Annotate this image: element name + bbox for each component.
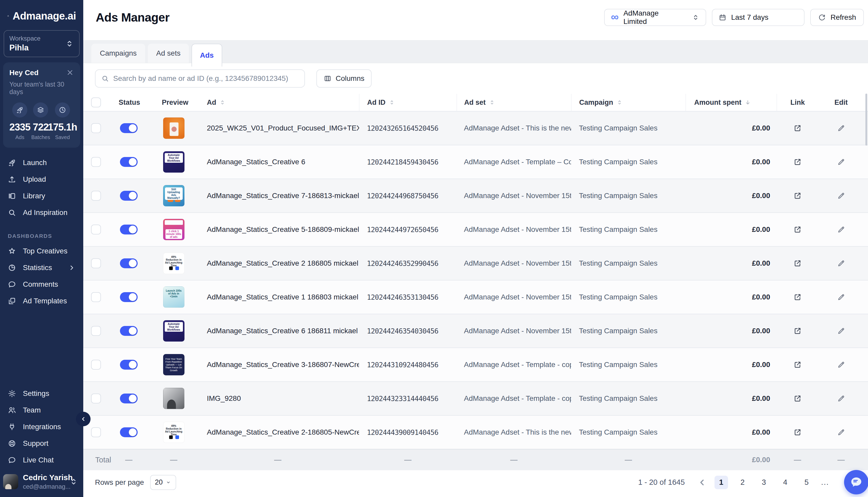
- status-toggle[interactable]: [120, 326, 138, 336]
- sidebar-item-ad-templates[interactable]: Ad Templates: [0, 293, 83, 309]
- user-profile[interactable]: Cedric Yarish ced@admanag...: [0, 468, 83, 497]
- page-button-5[interactable]: 5: [800, 476, 813, 489]
- row-checkbox[interactable]: [91, 292, 101, 302]
- edit-pencil-icon[interactable]: [836, 427, 847, 438]
- edit-pencil-icon[interactable]: [836, 325, 847, 336]
- row-checkbox[interactable]: [91, 360, 101, 370]
- close-icon[interactable]: [66, 69, 74, 76]
- external-link-icon[interactable]: [792, 427, 803, 438]
- edit-pencil-icon[interactable]: [836, 156, 847, 167]
- external-link-icon[interactable]: [792, 325, 803, 336]
- sidebar-item-upload[interactable]: Upload: [0, 171, 83, 188]
- external-link-icon[interactable]: [792, 224, 803, 235]
- sidebar-item-launch[interactable]: Launch: [0, 154, 83, 171]
- sidebar-item-integrations[interactable]: Integrations: [0, 418, 83, 435]
- tab-ad-sets[interactable]: Ad sets: [148, 44, 189, 63]
- stat-value: 2335: [9, 122, 30, 133]
- sidebar-item-settings[interactable]: Settings: [0, 385, 83, 402]
- search-box[interactable]: [95, 69, 305, 88]
- sidebar-item-ad-inspiration[interactable]: Ad Inspiration: [0, 204, 83, 221]
- select-all-checkbox[interactable]: [91, 98, 101, 108]
- row-checkbox[interactable]: [91, 258, 101, 268]
- amount-spent: £0.00: [752, 225, 770, 234]
- logo[interactable]: Admanage.ai: [0, 0, 83, 25]
- row-checkbox[interactable]: [91, 427, 101, 437]
- ad-preview-thumbnail[interactable]: Free Your Team From Repetitive Uploads —…: [163, 354, 184, 375]
- row-checkbox[interactable]: [91, 123, 101, 133]
- sidebar-item-statistics[interactable]: Statistics: [0, 259, 83, 276]
- ad-preview-thumbnail[interactable]: Still Uploading Ads Manually?: [163, 185, 184, 207]
- ad-preview-thumbnail[interactable]: [163, 388, 184, 409]
- vertical-scrollbar[interactable]: [865, 94, 867, 145]
- rows-per-page-label: Rows per page: [95, 478, 144, 487]
- row-checkbox[interactable]: [91, 191, 101, 201]
- edit-pencil-icon[interactable]: [836, 123, 847, 133]
- sidebar-item-comments[interactable]: Comments: [0, 276, 83, 293]
- status-toggle[interactable]: [120, 225, 138, 235]
- tab-ads[interactable]: Ads: [192, 44, 222, 67]
- ad-set-name: AdManage Adset - This is the new a: [464, 124, 571, 132]
- column-header-campaign[interactable]: Campaign: [571, 94, 686, 111]
- page-button-2[interactable]: 2: [736, 476, 749, 489]
- ad-id: 120244246352990456: [367, 259, 438, 268]
- status-toggle[interactable]: [120, 157, 138, 167]
- status-toggle[interactable]: [120, 123, 138, 133]
- edit-pencil-icon[interactable]: [836, 393, 847, 404]
- edit-pencil-icon[interactable]: [836, 190, 847, 201]
- refresh-button[interactable]: Refresh: [810, 9, 864, 26]
- external-link-icon[interactable]: [792, 393, 803, 404]
- ad-preview-thumbnail[interactable]: Launch 100s of Ads in <1min: [163, 286, 184, 308]
- page-button-3[interactable]: 3: [757, 476, 771, 489]
- sidebar-item-library[interactable]: Library: [0, 188, 83, 204]
- tab-campaigns[interactable]: Campaigns: [91, 44, 145, 63]
- external-link-icon[interactable]: [792, 292, 803, 302]
- column-header-amount-spent[interactable]: Amount spent: [686, 94, 777, 111]
- ad-preview-thumbnail[interactable]: 49% Reduction in Ad Launching Time: [163, 253, 184, 274]
- campaign-name: Testing Campaign Sales: [579, 293, 658, 301]
- previous-page-icon[interactable]: [697, 478, 707, 487]
- workspace-selector[interactable]: Workspace Pihla: [4, 30, 80, 57]
- external-link-icon[interactable]: [792, 190, 803, 201]
- ad-preview-thumbnail[interactable]: 1 click 1 minute 100s of ads: [163, 219, 184, 240]
- edit-pencil-icon[interactable]: [836, 292, 847, 302]
- thumbnail-caption: 49% Reduction in Ad Launching Time: [165, 256, 183, 267]
- ad-preview-thumbnail[interactable]: 49% Reduction in Ad Launching Time: [163, 422, 184, 443]
- external-link-icon[interactable]: [792, 156, 803, 167]
- status-toggle[interactable]: [120, 427, 138, 437]
- account-selector[interactable]: ∞ AdManage Limited: [604, 9, 706, 26]
- edit-pencil-icon[interactable]: [836, 224, 847, 235]
- ad-preview-thumbnail[interactable]: Automate Your Ad Workflows: [163, 320, 184, 342]
- status-toggle[interactable]: [120, 191, 138, 201]
- ad-preview-thumbnail[interactable]: Automate Your Ad Workflows: [163, 151, 184, 173]
- rows-per-page-select[interactable]: 20: [150, 475, 176, 490]
- ad-name: AdManage_Statics_Creative 7-186813-micka…: [207, 191, 359, 200]
- columns-button[interactable]: Columns: [316, 69, 372, 88]
- search-input[interactable]: [113, 74, 299, 83]
- edit-pencil-icon[interactable]: [836, 359, 847, 370]
- column-header-ad[interactable]: Ad: [196, 94, 359, 111]
- sidebar-item-live-chat[interactable]: Live Chat: [0, 452, 83, 468]
- row-checkbox[interactable]: [91, 157, 101, 167]
- ad-preview-thumbnail[interactable]: [163, 117, 184, 139]
- status-toggle[interactable]: [120, 394, 138, 403]
- external-link-icon[interactable]: [792, 359, 803, 370]
- sidebar-item-team[interactable]: Team: [0, 402, 83, 418]
- external-link-icon[interactable]: [792, 258, 803, 269]
- sidebar-item-top-creatives[interactable]: Top Creatives: [0, 243, 83, 259]
- row-checkbox[interactable]: [91, 225, 101, 235]
- row-checkbox[interactable]: [91, 326, 101, 336]
- status-toggle[interactable]: [120, 258, 138, 268]
- column-header-ad-id[interactable]: Ad ID: [359, 94, 457, 111]
- live-chat-fab[interactable]: [844, 470, 868, 494]
- sidebar-item-support[interactable]: Support: [0, 435, 83, 452]
- page-button-1[interactable]: 1: [715, 476, 728, 489]
- external-link-icon[interactable]: [792, 123, 803, 133]
- edit-pencil-icon[interactable]: [836, 258, 847, 269]
- column-header-ad-set[interactable]: Ad set: [457, 94, 571, 111]
- status-toggle[interactable]: [120, 360, 138, 370]
- status-toggle[interactable]: [120, 292, 138, 302]
- row-checkbox[interactable]: [91, 394, 101, 403]
- date-range-selector[interactable]: Last 7 days: [712, 9, 804, 26]
- sidebar-collapse-button[interactable]: [76, 412, 91, 426]
- page-button-4[interactable]: 4: [779, 476, 792, 489]
